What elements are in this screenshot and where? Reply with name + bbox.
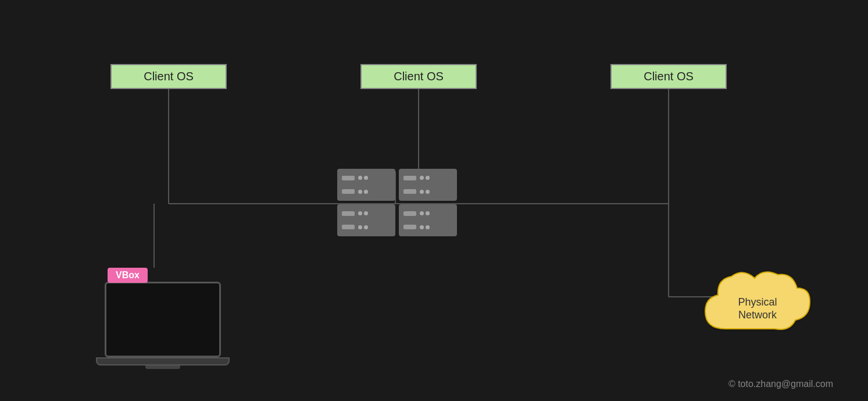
- client-os-label-3: Client OS: [644, 70, 694, 83]
- client-os-box-3: Client OS: [610, 64, 727, 89]
- server-bar: [342, 211, 355, 216]
- cloud-icon: Physical Network: [694, 262, 821, 349]
- server-dot: [358, 225, 362, 229]
- server-bar: [403, 176, 416, 180]
- client-os-box-2: Client OS: [360, 64, 477, 89]
- server-unit-3: [337, 204, 395, 236]
- server-dot: [420, 225, 424, 229]
- laptop-body: [105, 282, 221, 357]
- diagram-container: Client OS Client OS Client OS: [0, 0, 868, 401]
- server-dot: [358, 211, 362, 215]
- server-dot: [364, 176, 368, 180]
- server-dot: [420, 176, 424, 180]
- server-dot: [426, 190, 430, 194]
- server-unit-1: [337, 169, 395, 201]
- client-os-box-1: Client OS: [110, 64, 227, 89]
- laptop-foot: [145, 365, 180, 369]
- server-dots: [420, 211, 430, 215]
- physical-network-container: Physical Network: [694, 262, 821, 349]
- server-dots: [420, 176, 430, 180]
- laptop-screen: [106, 283, 219, 356]
- client-os-label-1: Client OS: [144, 70, 194, 83]
- svg-text:Physical: Physical: [738, 296, 777, 308]
- server-dot: [426, 211, 430, 215]
- laptop-base: [96, 357, 230, 365]
- server-dot: [426, 225, 430, 229]
- server-dots: [420, 190, 430, 194]
- svg-text:Network: Network: [738, 309, 777, 321]
- server-dot: [364, 190, 368, 194]
- server-dots: [358, 190, 368, 194]
- server-bar: [342, 225, 355, 229]
- server-group: [337, 169, 457, 236]
- server-unit-2: [399, 169, 457, 201]
- server-dot: [426, 176, 430, 180]
- server-dot: [358, 190, 362, 194]
- server-dots: [358, 225, 368, 229]
- server-bar: [403, 225, 416, 229]
- server-dots: [358, 176, 368, 180]
- server-dot: [364, 225, 368, 229]
- server-dots: [358, 211, 368, 215]
- server-dot: [358, 176, 362, 180]
- server-dot: [420, 211, 424, 215]
- client-os-label-2: Client OS: [394, 70, 444, 83]
- server-bar: [403, 211, 416, 216]
- server-dot: [420, 190, 424, 194]
- laptop-container: VBox: [96, 268, 230, 369]
- server-bar: [342, 189, 355, 194]
- server-bar: [403, 189, 416, 194]
- copyright: © toto.zhang@gmail.com: [728, 379, 833, 389]
- server-dots: [420, 225, 430, 229]
- server-dot: [364, 211, 368, 215]
- server-bar: [342, 176, 355, 180]
- vbox-label: VBox: [108, 268, 148, 283]
- server-unit-4: [399, 204, 457, 236]
